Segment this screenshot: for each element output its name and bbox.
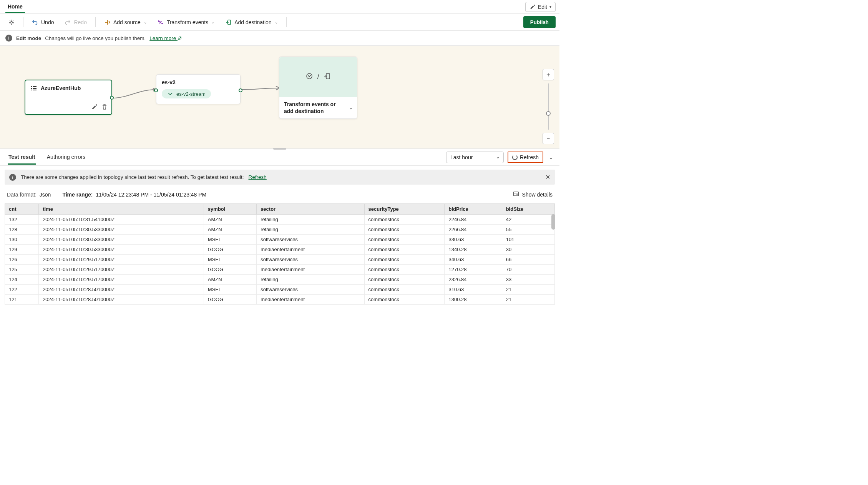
column-header[interactable]: cnt	[5, 204, 39, 215]
svg-point-2	[158, 20, 159, 21]
svg-point-0	[11, 21, 12, 23]
slash-separator: /	[317, 73, 319, 81]
time-range-label: Time range:	[62, 192, 93, 198]
show-details-label: Show details	[522, 192, 553, 198]
table-cell: retailing	[257, 275, 364, 285]
settings-button[interactable]	[4, 17, 19, 28]
delete-node-icon[interactable]	[101, 104, 108, 111]
edit-label: Edit	[538, 4, 547, 10]
table-row[interactable]: 1222024-11-05T05:10:28.5010000ZMSFTsoftw…	[5, 285, 555, 295]
table-row[interactable]: 1242024-11-05T05:10:29.5170000ZAMZNretai…	[5, 275, 555, 285]
table-cell: MSFT	[204, 285, 256, 295]
transform-label: Transform events	[167, 19, 208, 25]
show-details-button[interactable]: Show details	[513, 191, 553, 198]
port-out[interactable]	[110, 96, 114, 100]
table-cell: 55	[502, 225, 554, 235]
column-header[interactable]: securityType	[364, 204, 445, 215]
table-cell: 70	[502, 265, 554, 275]
table-row[interactable]: 1252024-11-05T05:10:29.5170000ZGOOGmedia…	[5, 265, 555, 275]
svg-rect-6	[31, 90, 32, 90]
column-header[interactable]: time	[39, 204, 204, 215]
table-cell: 2024-11-05T05:10:29.5170000Z	[39, 265, 204, 275]
add-destination-button[interactable]: Add destination ⌄	[221, 17, 282, 28]
undo-icon	[32, 19, 38, 25]
data-format-value: Json	[40, 192, 51, 198]
table-cell: AMZN	[204, 225, 256, 235]
table-cell: 2326.84	[445, 275, 502, 285]
tab-home[interactable]: Home	[5, 0, 25, 13]
table-cell: softwareservices	[257, 235, 364, 245]
stale-results-banner: i There are some changes applied in topo…	[5, 170, 555, 185]
table-cell: commonstock	[364, 285, 445, 295]
table-cell: commonstock	[364, 255, 445, 265]
resize-grip[interactable]	[273, 148, 286, 150]
details-icon	[513, 191, 519, 198]
refresh-menu-chevron[interactable]: ⌄	[547, 153, 555, 161]
table-cell: commonstock	[364, 225, 445, 235]
node-source-azureeventhub[interactable]: AzureEventHub	[25, 80, 112, 115]
tab-test-result[interactable]: Test result	[8, 150, 36, 165]
column-header[interactable]: bidSize	[502, 204, 554, 215]
stream-chip[interactable]: es-v2-stream	[162, 89, 211, 98]
table-cell: 2024-11-05T05:10:31.5410000Z	[39, 215, 204, 225]
eventhub-icon	[31, 85, 37, 91]
table-cell: 132	[5, 215, 39, 225]
add-source-button[interactable]: Add source ⌄	[100, 17, 151, 28]
transform-events-button[interactable]: Transform events ⌄	[153, 17, 219, 28]
caret-down-icon: ▾	[549, 5, 551, 9]
column-header[interactable]: bidPrice	[445, 204, 502, 215]
zoom-in-button[interactable]: ＋	[543, 69, 554, 80]
column-header[interactable]: sector	[257, 204, 364, 215]
table-cell: commonstock	[364, 245, 445, 255]
transform-placeholder-icon	[305, 72, 313, 82]
table-row[interactable]: 1322024-11-05T05:10:31.5410000ZAMZNretai…	[5, 215, 555, 225]
tab-authoring-errors[interactable]: Authoring errors	[46, 150, 86, 165]
zoom-slider[interactable]	[548, 83, 549, 130]
redo-label: Redo	[74, 19, 86, 25]
zoom-slider-thumb[interactable]	[546, 111, 551, 116]
port-in[interactable]	[154, 88, 158, 92]
table-row[interactable]: 1292024-11-05T05:10:30.5330000ZGOOGmedia…	[5, 245, 555, 255]
pipeline-canvas[interactable]: AzureEventHub es-v2 es-v2-stream	[0, 46, 559, 149]
add-destination-label: Add destination	[234, 19, 272, 25]
table-cell: GOOG	[204, 245, 256, 255]
column-header[interactable]: symbol	[204, 204, 256, 215]
table-row[interactable]: 1212024-11-05T05:10:28.5010000ZGOOGmedia…	[5, 295, 555, 305]
pencil-icon	[529, 4, 536, 10]
close-banner-icon[interactable]: ✕	[545, 173, 550, 181]
learn-more-link[interactable]: Learn more	[149, 35, 182, 41]
info-icon: i	[9, 174, 16, 181]
table-scrollbar[interactable]	[551, 214, 555, 230]
table-cell: 330.63	[445, 235, 502, 245]
publish-button[interactable]: Publish	[523, 16, 556, 28]
port-out[interactable]	[239, 88, 242, 92]
table-cell: GOOG	[204, 295, 256, 305]
time-range-display: 11/05/24 12:23:48 PM - 11/05/24 01:23:48…	[96, 192, 206, 198]
chevron-down-icon[interactable]: ⌄	[349, 105, 352, 110]
zoom-out-button[interactable]: －	[543, 133, 554, 144]
edge-stream-to-target	[241, 85, 281, 92]
table-row[interactable]: 1302024-11-05T05:10:30.5330000ZMSFTsoftw…	[5, 235, 555, 245]
table-cell: 42	[502, 215, 554, 225]
table-row[interactable]: 1262024-11-05T05:10:29.5170000ZMSFTsoftw…	[5, 255, 555, 265]
table-cell: 2246.84	[445, 215, 502, 225]
table-cell: commonstock	[364, 265, 445, 275]
time-range-dropdown[interactable]: Last hour	[446, 152, 504, 163]
table-row[interactable]: 1282024-11-05T05:10:30.5330000ZAMZNretai…	[5, 225, 555, 235]
table-cell: MSFT	[204, 255, 256, 265]
refresh-link[interactable]: Refresh	[249, 174, 267, 180]
table-cell: 126	[5, 255, 39, 265]
refresh-button-highlighted[interactable]: Refresh	[508, 152, 543, 163]
node-stream-esv2[interactable]: es-v2 es-v2-stream	[156, 74, 241, 104]
redo-button[interactable]: Redo	[60, 17, 91, 28]
gear-icon	[8, 19, 15, 25]
destination-placeholder-icon	[323, 72, 331, 82]
node-target-placeholder[interactable]: / Transform events or add destination ⌄	[279, 57, 357, 119]
node-source-title: AzureEventHub	[41, 85, 81, 91]
table-cell: mediaentertainment	[257, 265, 364, 275]
edit-dropdown-button[interactable]: Edit ▾	[525, 2, 556, 12]
edit-node-icon[interactable]	[91, 104, 98, 111]
undo-button[interactable]: Undo	[27, 17, 58, 28]
stale-results-message: There are some changes applied in topolo…	[21, 174, 244, 180]
undo-label: Undo	[41, 19, 54, 25]
